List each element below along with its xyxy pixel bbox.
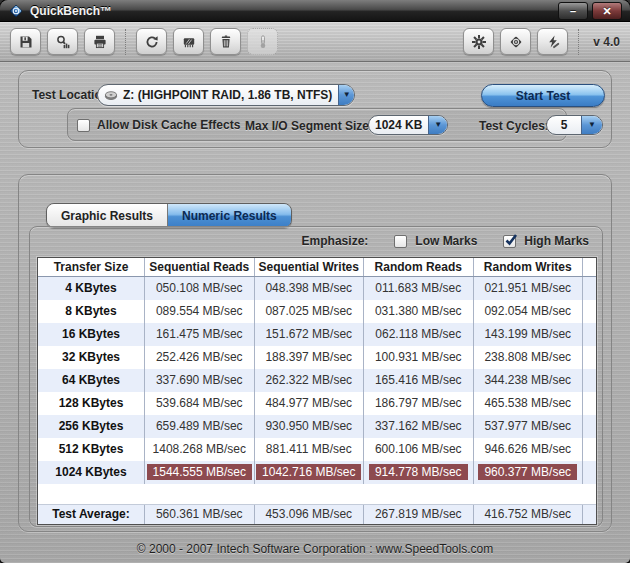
save-button[interactable] <box>10 28 41 55</box>
table-spacer-row <box>38 484 596 504</box>
numeric-results-panel: Emphasize: Low Marks High Marks Transfer… <box>29 226 603 527</box>
table-cell: 946.626 MB/sec <box>473 438 583 461</box>
table-margin-column <box>582 415 596 438</box>
emphasize-controls: Emphasize: Low Marks High Marks <box>302 234 589 248</box>
memory-button[interactable] <box>173 28 204 55</box>
results-table: Transfer Size Sequential Reads Sequentia… <box>37 257 597 525</box>
low-marks-label: Low Marks <box>415 234 477 248</box>
quickbench-info-button[interactable] <box>500 28 531 55</box>
table-margin-column <box>582 461 596 484</box>
table-header-row: Transfer Size Sequential Reads Sequentia… <box>38 258 596 277</box>
segment-size-value: 1024 KB <box>375 118 422 132</box>
table-cell: 186.797 MB/sec <box>363 392 473 415</box>
table-cell: 930.950 MB/sec <box>254 415 364 438</box>
column-header: Sequential Reads <box>144 258 254 276</box>
low-marks-checkbox[interactable] <box>394 235 407 248</box>
disk-icon <box>104 89 118 101</box>
table-row: 8 KBytes 089.554 MB/sec 087.025 MB/sec 0… <box>38 300 596 323</box>
table-cell: 062.118 MB/sec <box>363 323 473 346</box>
table-row: 32 KBytes 252.426 MB/sec 188.397 MB/sec … <box>38 346 596 369</box>
table-cell: 484.977 MB/sec <box>254 392 364 415</box>
table-cell: 048.398 MB/sec <box>254 277 364 300</box>
table-cell: 537.977 MB/sec <box>473 415 583 438</box>
table-row: 256 KBytes 659.489 MB/sec 930.950 MB/sec… <box>38 415 596 438</box>
high-marks-checkbox[interactable] <box>503 235 516 248</box>
table-cell: 539.684 MB/sec <box>144 392 254 415</box>
table-cell: 165.416 MB/sec <box>363 369 473 392</box>
segment-size-select[interactable]: 1024 KB ▼ <box>368 115 448 135</box>
table-cell: 031.380 MB/sec <box>363 300 473 323</box>
quickbench-app-icon <box>8 3 24 19</box>
minimize-button[interactable]: – <box>558 2 588 20</box>
table-cell: 100.931 MB/sec <box>363 346 473 369</box>
table-cell: 1408.268 MB/sec <box>144 438 254 461</box>
transfer-size-cell: 32 KBytes <box>38 346 144 369</box>
refresh-button[interactable] <box>136 28 167 55</box>
table-cell: 092.054 MB/sec <box>473 300 583 323</box>
thermometer-button <box>247 28 278 55</box>
benchmark-button[interactable] <box>537 28 568 55</box>
table-cell: 161.475 MB/sec <box>144 323 254 346</box>
quickbench-logo-icon <box>508 34 524 50</box>
results-group: Graphic Results Numeric Results Emphasiz… <box>18 174 612 532</box>
table-cell: 337.690 MB/sec <box>144 369 254 392</box>
transfer-size-cell: 64 KBytes <box>38 369 144 392</box>
transfer-size-cell: 128 KBytes <box>38 392 144 415</box>
table-cell: 021.951 MB/sec <box>473 277 583 300</box>
version-label: v 4.0 <box>593 35 620 49</box>
table-margin-column <box>582 369 596 392</box>
table-row: 512 KBytes 1408.268 MB/sec 881.411 MB/se… <box>38 438 596 461</box>
test-location-select[interactable]: Z: (HIGHPOINT RAID, 1.86 TB, NTFS) ▼ <box>97 84 355 106</box>
transfer-size-cell: 512 KBytes <box>38 438 144 461</box>
table-margin-column <box>582 277 596 300</box>
toolbar-separator <box>578 29 579 55</box>
table-cell: 914.778 MB/sec <box>363 461 473 484</box>
footer-text: © 2000 - 2007 Intech Software Corporatio… <box>0 542 630 556</box>
trash-icon <box>218 34 234 50</box>
emphasize-label: Emphasize: <box>302 234 369 248</box>
analyze-icon <box>55 34 71 50</box>
table-cell: 960.377 MB/sec <box>473 461 583 484</box>
close-button[interactable]: ✕ <box>592 2 622 20</box>
table-cell: 050.108 MB/sec <box>144 277 254 300</box>
test-setup-group: Test Location: Z: (HIGHPOINT RAID, 1.86 … <box>18 70 612 148</box>
test-cycles-label: Test Cycles: <box>479 119 549 133</box>
print-icon <box>92 34 108 50</box>
title-bar: QuickBench™ – ✕ <box>0 0 630 22</box>
average-label: Test Average: <box>38 505 144 524</box>
test-location-value: Z: (HIGHPOINT RAID, 1.86 TB, NTFS) <box>123 88 332 102</box>
dropdown-arrow-icon: ▼ <box>428 116 447 134</box>
settings-button[interactable] <box>463 28 494 55</box>
allow-cache-checkbox[interactable] <box>77 119 90 132</box>
table-cell: 011.683 MB/sec <box>363 277 473 300</box>
average-value: 416.752 MB/sec <box>473 505 583 524</box>
checkmark-icon <box>504 233 518 247</box>
test-cycles-select[interactable]: 5 ▼ <box>546 115 603 135</box>
results-tabstrip: Graphic Results Numeric Results <box>46 203 292 228</box>
table-cell: 089.554 MB/sec <box>144 300 254 323</box>
main-content: Test Location: Z: (HIGHPOINT RAID, 1.86 … <box>0 62 630 563</box>
table-margin-column <box>582 323 596 346</box>
table-row: 4 KBytes 050.108 MB/sec 048.398 MB/sec 0… <box>38 277 596 300</box>
benchmark-icon <box>545 34 561 50</box>
table-margin-column <box>582 258 596 276</box>
tab-graphic-results[interactable]: Graphic Results <box>47 204 167 227</box>
dropdown-arrow-icon: ▼ <box>338 85 354 105</box>
trash-button[interactable] <box>210 28 241 55</box>
transfer-size-cell: 8 KBytes <box>38 300 144 323</box>
table-margin-column <box>582 438 596 461</box>
table-margin-column <box>582 392 596 415</box>
analyze-button[interactable] <box>47 28 78 55</box>
table-margin-column <box>582 300 596 323</box>
tab-numeric-results[interactable]: Numeric Results <box>167 204 291 227</box>
print-button[interactable] <box>84 28 115 55</box>
test-cycles-value: 5 <box>561 118 568 132</box>
table-cell: 1042.716 MB/sec <box>254 461 364 484</box>
table-row: 1024 KBytes 1544.555 MB/sec 1042.716 MB/… <box>38 461 596 484</box>
memory-icon <box>181 34 197 50</box>
average-value: 267.819 MB/sec <box>363 505 473 524</box>
window-title: QuickBench™ <box>30 4 112 18</box>
table-cell: 465.538 MB/sec <box>473 392 583 415</box>
table-cell: 188.397 MB/sec <box>254 346 364 369</box>
start-test-button[interactable]: Start Test <box>481 84 605 107</box>
